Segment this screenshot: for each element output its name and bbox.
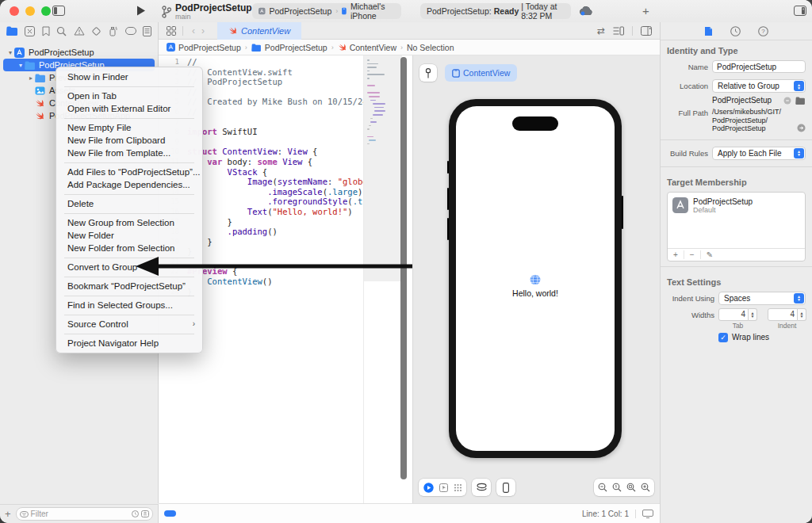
menu-separator	[64, 118, 194, 119]
close-window-button[interactable]	[10, 6, 19, 16]
add-editor-button[interactable]	[641, 26, 652, 36]
disclosure-chevron-icon[interactable]: ▸	[27, 74, 35, 82]
menu-item-bookmark-podprojectsetup[interactable]: Bookmark “PodProjectSetup”	[56, 280, 202, 292]
edit-target-button[interactable]: ✎	[701, 250, 718, 259]
menu-item-new-file-from-clipboard[interactable]: New File from Clipboard	[56, 134, 202, 147]
indent-width-field[interactable]: 4	[768, 308, 798, 321]
navigator-tab-tests[interactable]	[91, 26, 102, 36]
navigator-tab-bookmarks[interactable]	[42, 26, 50, 36]
open-path-arrow-icon[interactable]	[797, 124, 806, 132]
menu-item-delete[interactable]: Delete	[56, 197, 202, 210]
wrap-lines-row: ✓ Wrap lines	[661, 331, 812, 344]
preview-mode-group	[419, 479, 466, 496]
editor-scrollbar[interactable]	[400, 57, 407, 479]
navigator-tab-debug[interactable]	[108, 26, 118, 36]
indent-width-stepper[interactable]: ▲▼	[798, 308, 806, 321]
add-tab-button[interactable]: +	[642, 4, 649, 17]
add-item-button[interactable]: +	[5, 508, 11, 520]
add-target-button[interactable]: +	[668, 250, 684, 259]
menu-item-new-file-from-template[interactable]: New File from Template...	[56, 147, 202, 159]
menu-item-add-files-to-podprojectsetup[interactable]: Add Files to “PodProjectSetup”...	[56, 166, 202, 178]
menu-item-show-in-finder[interactable]: Show in Finder	[56, 71, 202, 83]
variants-button[interactable]	[454, 483, 462, 492]
tab-overview-button[interactable]	[167, 26, 176, 36]
go-forward-button[interactable]: ›	[201, 25, 205, 36]
recent-files-clock-icon[interactable]	[132, 510, 139, 517]
device-settings-button[interactable]	[496, 479, 515, 496]
menu-item-source-control[interactable]: Source Control›	[56, 318, 202, 330]
filter-field[interactable]: Filter	[16, 507, 153, 521]
navigator-tab-find[interactable]	[56, 26, 67, 36]
menu-item-open-with-external-editor[interactable]: Open with External Editor	[56, 102, 202, 115]
adjust-editor-options-button[interactable]	[613, 26, 624, 36]
color-scheme-variants-button[interactable]	[472, 479, 491, 496]
build-rules-popup[interactable]: Apply to Each File ▲▼	[712, 147, 806, 160]
navigator-tab-issues[interactable]	[74, 26, 85, 36]
report-doc-icon	[143, 26, 151, 36]
choose-folder-icon[interactable]	[795, 97, 806, 105]
tab-width-stepper[interactable]: ▲▼	[749, 308, 757, 321]
menu-item-open-in-tab[interactable]: Open in Tab	[56, 90, 202, 102]
line-number: 1	[159, 57, 187, 67]
zoom-in-button[interactable]	[641, 483, 650, 492]
pin-preview-button[interactable]	[419, 64, 437, 82]
preview-toolbar	[413, 475, 660, 499]
zoom-actual-size-button[interactable]	[612, 483, 622, 492]
breadcrumb-selection[interactable]: No Selection	[407, 43, 454, 52]
minimap[interactable]	[363, 55, 402, 503]
wrap-lines-checkbox[interactable]: ✓	[718, 333, 728, 342]
toggle-left-sidebar-button[interactable]	[52, 6, 65, 16]
disclosure-chevron-icon[interactable]: ▾	[17, 62, 25, 69]
selectable-preview-button[interactable]	[439, 483, 448, 492]
minimize-window-button[interactable]	[25, 6, 35, 16]
sidebar-item-podprojectsetup[interactable]: ▾PodProjectSetup	[3, 46, 155, 59]
code-text: .imageScale(.large)	[187, 187, 362, 197]
project-status-block[interactable]: PodProjectSetup main	[162, 3, 252, 21]
display-icon[interactable]	[642, 510, 653, 518]
source-control-filter-icon[interactable]	[141, 510, 149, 517]
swap-editor-button[interactable]: ⇄	[597, 25, 605, 36]
name-field[interactable]: PodProjectSetup	[712, 60, 806, 73]
target-row[interactable]: PodProjectSetup Default	[668, 193, 805, 219]
navigator-tab-reports[interactable]	[143, 26, 151, 36]
menu-item-convert-to-group[interactable]: Convert to Group	[56, 261, 202, 273]
zoom-out-button[interactable]	[598, 483, 607, 492]
menu-item-find-in-selected-groups[interactable]: Find in Selected Groups...	[56, 299, 202, 311]
file-inspector-tab[interactable]	[704, 26, 713, 36]
remove-target-button[interactable]: −	[684, 250, 701, 259]
menu-item-new-empty-file[interactable]: New Empty File	[56, 121, 202, 134]
code-text: Text("Hello, world!")	[187, 207, 353, 217]
breadcrumb-file[interactable]: ContentView	[338, 43, 396, 52]
menu-item-add-package-dependencies[interactable]: Add Package Dependencies...	[56, 178, 202, 191]
navigator-tab-breakpoints[interactable]	[125, 27, 136, 35]
clear-location-icon[interactable]	[783, 97, 791, 105]
go-back-button[interactable]: ‹	[192, 25, 195, 36]
zoom-window-button[interactable]	[41, 6, 51, 16]
tab-label: ContentView	[241, 26, 290, 36]
menu-item-new-group-from-selection[interactable]: New Group from Selection	[56, 216, 202, 229]
activity-status-pill[interactable]: PodProjectSetup: Ready | Today at 8:32 P…	[420, 3, 571, 19]
location-popup[interactable]: Relative to Group ▲▼	[712, 79, 806, 93]
folder-icon	[6, 26, 18, 36]
menu-item-project-navigator-help[interactable]: Project Navigator Help	[56, 337, 202, 349]
history-inspector-tab[interactable]	[730, 26, 741, 36]
breadcrumb-group[interactable]: PodProjectSetup	[251, 43, 327, 52]
toggle-right-sidebar-button[interactable]	[794, 6, 806, 16]
navigator-tab-project[interactable]	[6, 26, 18, 36]
scheme-separator: ›	[335, 7, 338, 15]
scheme-selector[interactable]: PodProjectSetup › Michael's iPhone	[252, 3, 401, 19]
tab-width-field[interactable]: 4	[718, 308, 749, 321]
run-button[interactable]	[136, 6, 146, 16]
preview-tab-contentview[interactable]: ContentView	[445, 64, 517, 82]
tab-contentview[interactable]: ContentView	[217, 22, 301, 40]
menu-item-new-folder[interactable]: New Folder	[56, 229, 202, 242]
disclosure-chevron-icon[interactable]: ▾	[6, 49, 14, 56]
live-preview-button[interactable]	[423, 483, 434, 493]
help-inspector-tab[interactable]: ?	[758, 26, 768, 36]
submenu-chevron-icon: ›	[193, 318, 195, 330]
indent-using-popup[interactable]: Spaces ▲▼	[718, 292, 806, 305]
zoom-fit-button[interactable]	[626, 483, 636, 492]
navigator-tab-source-control[interactable]	[25, 26, 35, 36]
breadcrumb-project[interactable]: PodProjectSetup	[167, 43, 241, 52]
menu-item-new-folder-from-selection[interactable]: New Folder from Selection	[56, 242, 202, 254]
